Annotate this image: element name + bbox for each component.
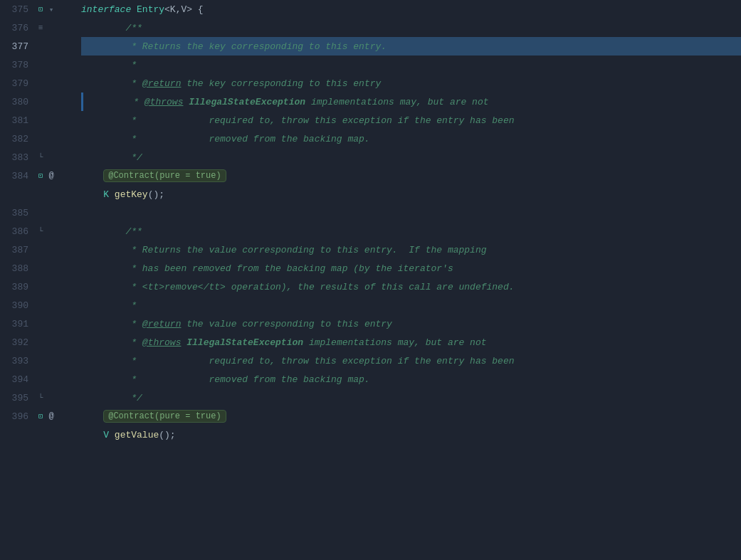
editor: 375 ⊡ ▾ 376 ≡ 377 378 [0,0,741,560]
gutter-row-376: 376 ≡ [0,19,78,37]
token-return-text-379: the key corresponding to this entry [181,78,381,89]
code-line-381: * required to, throw this exception if t… [81,111,741,130]
line-number-381: 381 [0,115,34,126]
line-number-386: 386 [0,226,34,237]
token-comment-381: * required to, throw this exception if t… [81,115,515,126]
gutter-row-386: 386 └ [0,222,78,241]
token-space-384 [109,189,115,200]
breakpoint-icon-375[interactable]: ⊡ [36,4,46,14]
gutter-row-388: 388 [0,259,78,278]
token-tt-text-389: operation), the results of this call are… [226,282,515,292]
token-space-375a [131,4,137,15]
code-line-385 [81,204,741,222]
breakpoint-icon-396[interactable]: ⊡ [36,411,46,421]
fold-icon-383[interactable]: └ [36,152,46,162]
token-indent-384c [81,189,103,200]
fold-icon-376[interactable]: ≡ [36,23,46,33]
code-line-383: */ [81,148,741,167]
token-getvalue: getValue [115,430,159,440]
code-line-384-code: K getKey(); [81,185,741,204]
token-throws-text-380a [183,97,189,107]
code-area: 375 ⊡ ▾ 376 ≡ 377 378 [0,0,741,560]
token-throws-text-392b: implementations may, but are not [303,337,486,348]
code-line-377: * Returns the key corresponding to this … [81,37,741,56]
token-comment-388: * has been removed from the backing map … [81,263,453,274]
token-comment-383: */ [81,152,142,163]
line-number-393: 393 [0,356,34,366]
token-comment-378: * [81,60,137,70]
line-number-392: 392 [0,337,34,348]
token-comment-379a: * [81,78,142,89]
gutter-icons-395: └ [34,393,61,403]
token-comment-387: * Returns the value corresponding to thi… [81,245,487,255]
code-line-392: * @throws IllegalStateException implemen… [81,333,741,352]
token-throws-380: @throws [144,97,184,107]
gutter-row-381: 381 [0,111,78,130]
line-number-394: 394 [0,374,34,385]
code-line-393: * required to, throw this exception if t… [81,352,741,370]
line-number-378: 378 [0,60,34,70]
code-line-387: * Returns the value corresponding to thi… [81,241,741,259]
line-number-384-annotation: 384 [0,171,34,181]
token-entry: Entry [137,4,164,15]
token-comment-377: * Returns the key corresponding to this … [81,41,387,52]
line-number-375: 375 [0,4,34,15]
token-tt-tag-389: <tt>remove</tt> [142,282,226,292]
gutter-icons-396-annotation: ⊡ @ [34,411,61,421]
code-line-379: * @return the key corresponding to this … [81,74,741,93]
code-line-386: /** [81,222,741,241]
breakpoint-icon-384[interactable]: ⊡ [36,171,46,181]
token-throws-392: @throws [142,337,182,348]
line-number-377: 377 [0,41,34,52]
gutter-row-394: 394 [0,370,78,389]
gutter-row-382: 382 [0,130,78,148]
gutter-row-390: 390 [0,296,78,315]
gutter-icons-384-annotation: ⊡ @ [34,171,61,181]
gutter-row-389: 389 [0,278,78,296]
gutter-row-387: 387 [0,241,78,259]
gutter-row-379: 379 [0,74,78,93]
gutter-row-384-annotation: 384 ⊡ @ [0,167,78,185]
gutter-row-383: 383 └ [0,148,78,167]
line-number-390: 390 [0,300,34,311]
token-comment-394: * removed from the backing map. [81,374,370,385]
gutter-row-378: 378 [0,56,78,74]
token-parens-396: (); [159,430,175,440]
token-type-k: K [103,189,109,200]
gutter-row-380: 380 [0,93,78,111]
fold-icon-386[interactable]: └ [36,226,46,236]
code-line-384-annotation: @Contract(pure = true) [81,167,741,185]
token-indent-396c [81,430,103,440]
token-throws-text-380b: implementations may, but are not [305,97,488,107]
token-indent-384 [81,171,103,181]
gutter-icons-376: ≡ [34,23,61,33]
line-number-389: 389 [0,282,34,292]
token-bracket-375: <K,V> { [164,4,204,15]
code-line-390: * [81,296,741,315]
token-comment-390: * [81,300,137,311]
token-comment-386: /** [81,226,142,237]
gutter-row-384-code [0,185,78,204]
token-return-391: @return [142,319,182,329]
token-space-396 [109,430,115,440]
gutter-row-385: 385 [0,204,78,222]
code-line-389: * <tt>remove</tt> operation), the result… [81,278,741,296]
code-line-378: * [81,56,741,74]
fold-icon-395[interactable]: └ [36,393,46,403]
fold-icon-375[interactable]: ▾ [46,4,56,14]
code-line-395: */ [81,389,741,407]
token-comment-389a: * [81,282,142,292]
code-line-396-code: V getValue(); [81,426,741,444]
at-icon-396: @ [46,411,56,421]
token-comment-391a: * [81,319,142,329]
code-lines[interactable]: interface Entry<K,V> { /** * Returns the… [78,0,741,560]
code-line-380: * @throws IllegalStateException implemen… [81,93,741,111]
line-number-376: 376 [0,23,34,33]
gutter-row-392: 392 [0,333,78,352]
code-line-382: * removed from the backing map. [81,130,741,148]
token-comment-392a: * [81,337,142,348]
code-line-394: * removed from the backing map. [81,370,741,389]
token-indent-396 [81,411,103,422]
line-number-388: 388 [0,263,34,274]
gutter-row-396-annotation: 396 ⊡ @ [0,407,78,426]
